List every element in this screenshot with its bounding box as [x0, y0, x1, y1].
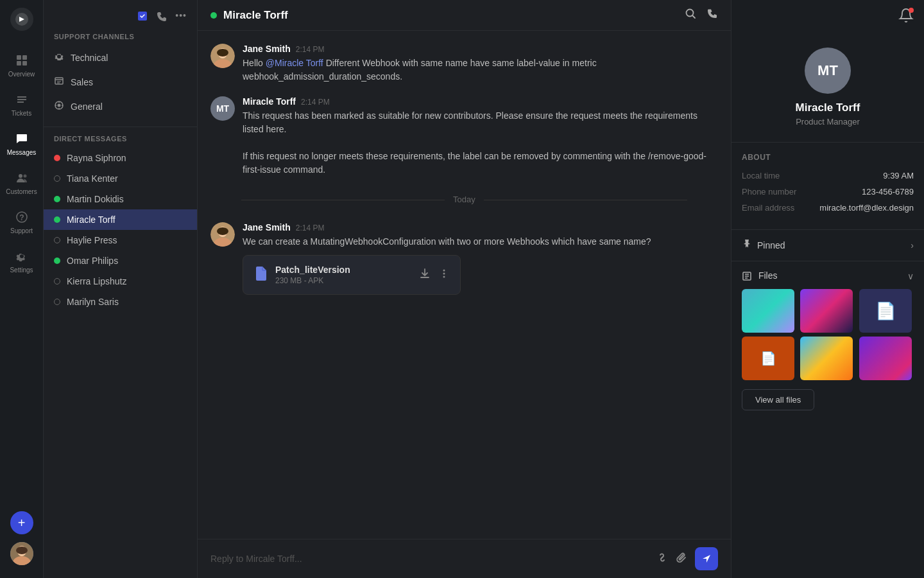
- chat-header-left: Miracle Torff: [210, 9, 288, 22]
- svg-text:?: ?: [19, 213, 24, 222]
- chat-search-icon[interactable]: [685, 8, 696, 22]
- notification-button[interactable]: [898, 8, 914, 27]
- view-all-files-button[interactable]: View all files: [742, 389, 814, 410]
- channel-technical-label: Technical: [71, 53, 108, 63]
- link-icon[interactable]: [656, 552, 668, 566]
- tiana-status: [54, 175, 60, 182]
- dm-marilyn[interactable]: Marilyn Saris: [44, 292, 197, 312]
- sidebar-messages-label: Messages: [7, 149, 37, 156]
- message-row: Jane Smith 2:14 PM We can create a Mutat…: [210, 222, 718, 295]
- edit-icon[interactable]: [137, 10, 148, 25]
- profile-section: MT Miracle Torff Product Manager: [732, 35, 924, 143]
- dm-omar[interactable]: Omar Philips: [44, 250, 197, 271]
- dm-martin[interactable]: Martin Dokidis: [44, 189, 197, 209]
- file-actions: [419, 268, 450, 282]
- sidebar-item-overview[interactable]: Overview: [0, 46, 43, 83]
- svg-point-16: [58, 104, 61, 107]
- message-content: Jane Smith 2:14 PM Hello @Miracle Torff …: [243, 44, 718, 83]
- about-row-time: Local time 9:39 AM: [742, 171, 914, 180]
- files-chevron-icon[interactable]: ∨: [907, 271, 914, 281]
- notification-dot: [909, 8, 914, 13]
- files-section: Files ∨ 📄 📄 View all files: [732, 261, 924, 419]
- more-icon[interactable]: •••: [175, 10, 187, 25]
- phone-label: Phone number: [742, 187, 796, 197]
- pinned-left: Pinned: [742, 239, 785, 252]
- right-panel: MT Miracle Torff Product Manager ABOUT L…: [732, 0, 924, 578]
- message-row: MT Miracle Torff 2:14 PM This request ha…: [210, 96, 718, 177]
- jane-avatar-2: [210, 222, 235, 247]
- dm-tiana[interactable]: Tiana Kenter: [44, 168, 197, 189]
- miracle-avatar: MT: [210, 96, 235, 121]
- customers-icon: [13, 169, 31, 187]
- local-time-label: Local time: [742, 171, 780, 180]
- right-panel-header: [732, 0, 924, 35]
- chat-call-icon[interactable]: [706, 8, 718, 22]
- about-row-email: Email address miracle.torff@dlex.design: [742, 203, 914, 213]
- dm-kierra[interactable]: Kierra Lipshutz: [44, 271, 197, 292]
- dm-haylie[interactable]: Haylie Press: [44, 230, 197, 250]
- dm-haylie-label: Haylie Press: [67, 235, 117, 245]
- channel-sidebar-header: •••: [44, 0, 197, 33]
- svg-point-20: [217, 49, 228, 57]
- sidebar-item-support[interactable]: ? Support: [0, 203, 43, 240]
- dm-tiana-label: Tiana Kenter: [67, 173, 118, 184]
- channel-sales-label: Sales: [71, 77, 93, 87]
- svg-point-26: [443, 270, 445, 272]
- add-icon: +: [18, 516, 26, 530]
- message-header: Jane Smith 2:14 PM: [243, 44, 718, 54]
- rayna-status: [54, 155, 60, 161]
- channel-general[interactable]: General: [44, 94, 197, 119]
- svg-rect-3: [17, 61, 21, 66]
- sidebar-item-messages[interactable]: Messages: [0, 125, 43, 161]
- file-thumb-6[interactable]: [859, 337, 912, 380]
- pin-icon: [742, 239, 752, 252]
- sidebar-item-settings[interactable]: Settings: [0, 242, 43, 279]
- pinned-section[interactable]: Pinned ›: [732, 230, 924, 261]
- about-section: ABOUT Local time 9:39 AM Phone number 12…: [732, 143, 924, 230]
- tickets-icon: [13, 91, 31, 109]
- message-content: Miracle Torff 2:14 PM This request has b…: [243, 96, 718, 177]
- svg-point-27: [443, 273, 445, 275]
- add-button[interactable]: +: [10, 511, 33, 534]
- channel-technical[interactable]: Technical: [44, 46, 197, 70]
- message-time: 2:14 PM: [296, 45, 325, 54]
- file-thumb-3[interactable]: 📄: [859, 289, 912, 333]
- attachment-icon[interactable]: [676, 552, 687, 566]
- email-value: miracle.torff@dlex.design: [819, 203, 914, 213]
- more-options-icon[interactable]: [438, 268, 450, 282]
- svg-point-6: [23, 175, 26, 178]
- files-text: Files: [758, 270, 778, 281]
- pinned-chevron-icon: ›: [911, 240, 914, 250]
- channel-sales[interactable]: Sales: [44, 70, 197, 94]
- file-thumb-4[interactable]: 📄: [742, 337, 794, 380]
- file-meta: 230 MB - APK: [275, 276, 350, 285]
- sidebar-tickets-label: Tickets: [12, 110, 31, 117]
- date-divider-text: Today: [453, 195, 475, 204]
- chat-header: Miracle Torff: [198, 0, 731, 31]
- file-thumb-5[interactable]: [800, 337, 853, 380]
- phone-icon[interactable]: [156, 10, 167, 25]
- martin-status: [54, 196, 60, 202]
- dm-miracle[interactable]: Miracle Torff: [44, 209, 197, 230]
- file-thumb-2[interactable]: [800, 289, 853, 333]
- send-button[interactable]: [695, 547, 718, 570]
- file-details: Patch_liteVersion 230 MB - APK: [275, 265, 350, 285]
- user-avatar[interactable]: [10, 542, 33, 565]
- gear-icon: [54, 51, 64, 64]
- dm-marilyn-label: Marilyn Saris: [67, 297, 119, 307]
- sidebar-settings-label: Settings: [10, 267, 33, 274]
- chat-input[interactable]: [210, 548, 649, 569]
- jane-avatar: [210, 44, 235, 68]
- date-divider: Today: [210, 195, 718, 204]
- message-time: 2:14 PM: [301, 98, 330, 107]
- sidebar-divider: [44, 127, 197, 127]
- profile-name: Miracle Torff: [796, 101, 860, 114]
- dm-rayna[interactable]: Rayna Siphron: [44, 148, 197, 168]
- sidebar-item-customers[interactable]: Customers: [0, 164, 43, 200]
- sidebar-item-tickets[interactable]: Tickets: [0, 85, 43, 122]
- file-thumb-1[interactable]: [742, 289, 794, 333]
- message-text: This request has been marked as suitable…: [243, 109, 718, 177]
- download-icon[interactable]: [419, 268, 431, 282]
- chat-input-bar: [198, 539, 731, 578]
- dm-miracle-label: Miracle Torff: [67, 215, 116, 225]
